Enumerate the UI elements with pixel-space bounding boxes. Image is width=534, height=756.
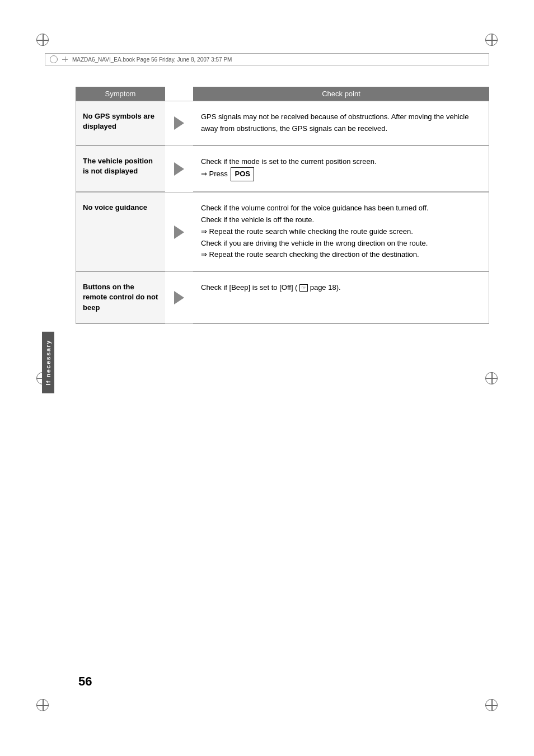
arrow-buttons-beep xyxy=(165,272,193,323)
main-content: Symptom Check point No GPS symbols are d… xyxy=(76,87,489,633)
reg-mark-br xyxy=(485,699,498,711)
check-no-gps: GPS signals may not be received because … xyxy=(193,101,489,145)
symptom-header: Symptom xyxy=(76,87,165,101)
arrow-icon xyxy=(174,162,184,176)
symptom-no-voice: No voice guidance xyxy=(76,192,165,271)
troubleshoot-table: Symptom Check point No GPS symbols are d… xyxy=(76,87,489,324)
arrow-no-gps xyxy=(165,101,193,145)
side-tab-label: If necessary xyxy=(42,332,54,394)
check-vehicle-line1: Check if the mode is set to the current … xyxy=(201,157,377,166)
symptom-buttons-beep: Buttons on the remote control do not bee… xyxy=(76,272,165,323)
check-no-voice: Check if the volume control for the voic… xyxy=(193,192,489,271)
table-row: No voice guidance Check if the volume co… xyxy=(76,192,489,271)
arrow-icon xyxy=(174,291,184,304)
table-row: The vehicle position is not displayed Ch… xyxy=(76,145,489,192)
table-row: No GPS symbols are displayed GPS signals… xyxy=(76,101,489,145)
pos-button[interactable]: POS xyxy=(231,167,254,181)
header-cross-icon xyxy=(62,57,68,62)
reg-mark-tl xyxy=(36,34,49,46)
arrow-header-spacer xyxy=(165,87,193,101)
arrow-no-voice xyxy=(165,192,193,271)
check-vehicle-position: Check if the mode is set to the current … xyxy=(193,146,489,192)
file-info-text: MAZDA6_NAVI_EA.book Page 56 Friday, June… xyxy=(72,57,232,63)
arrow-icon xyxy=(174,116,184,130)
symptom-vehicle-position: The vehicle position is not displayed xyxy=(76,146,165,192)
symptom-no-gps: No GPS symbols are displayed xyxy=(76,101,165,145)
file-header: MAZDA6_NAVI_EA.book Page 56 Friday, June… xyxy=(45,53,489,65)
check-beep-text: Check if [Beep] is set to [Off] ( ☞ page… xyxy=(201,283,341,292)
reg-mark-bl xyxy=(36,699,49,711)
check-voice-text: Check if the volume control for the voic… xyxy=(201,204,429,259)
table-header-row: Symptom Check point xyxy=(76,87,489,101)
page-number: 56 xyxy=(78,674,92,689)
check-point-header: Check point xyxy=(193,87,489,101)
reg-mark-tr xyxy=(485,34,498,46)
check-vehicle-line2: ⇒ Press xyxy=(201,170,228,178)
check-buttons-beep: Check if [Beep] is set to [Off] ( ☞ page… xyxy=(193,272,489,323)
header-circle-icon xyxy=(50,55,58,63)
table-row: Buttons on the remote control do not bee… xyxy=(76,271,489,324)
arrow-vehicle-position xyxy=(165,146,193,192)
arrow-icon xyxy=(174,226,184,239)
